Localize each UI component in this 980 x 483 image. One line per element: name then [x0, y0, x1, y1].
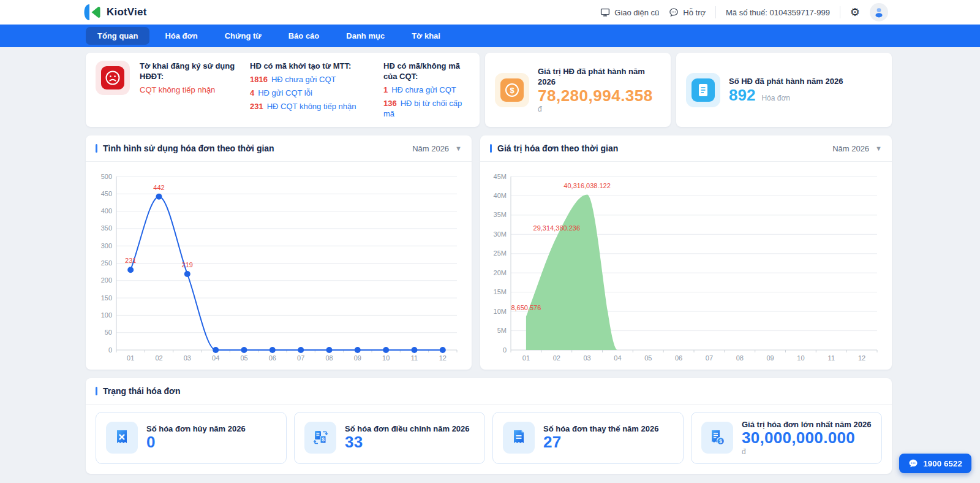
- stat-count: 231: [250, 102, 263, 111]
- usage-year-dropdown[interactable]: Năm 2026 ▼: [412, 144, 462, 153]
- invoice-money-icon: $: [709, 429, 726, 446]
- svg-text:10M: 10M: [494, 308, 507, 315]
- mtt-stat-row: 4HĐ gửi CQT lỗi: [250, 88, 374, 98]
- declaration-status-link[interactable]: CQT không tiếp nhận: [140, 85, 215, 94]
- svg-text:0: 0: [503, 346, 507, 354]
- tab-danh-muc[interactable]: Danh mục: [334, 27, 396, 45]
- svg-text:$: $: [322, 436, 325, 443]
- svg-text:231: 231: [125, 257, 136, 264]
- svg-text:09: 09: [766, 354, 774, 362]
- money-tile: $: [495, 73, 529, 107]
- mtt-title: HĐ có mã khởi tạo từ MTT:: [250, 61, 374, 71]
- adjust-tile: $: [304, 422, 336, 454]
- tab-hoa-don[interactable]: Hóa đơn: [153, 27, 209, 45]
- usage-chart-header: Tình hình sử dụng hóa đơn theo thời gian…: [86, 135, 472, 162]
- svg-text:12: 12: [858, 354, 865, 362]
- issued-value-body: Giá trị HĐ đã phát hành năm 2026 78,280,…: [538, 66, 661, 113]
- invoice-status-cards: Số hóa đơn hủy năm 2026 0 $: [86, 405, 892, 474]
- stat-link[interactable]: HĐ chưa gửi CQT: [391, 85, 456, 94]
- title-accent-bar: [490, 144, 492, 153]
- support-button[interactable]: Hỗ trợ: [669, 7, 706, 17]
- svg-text:100: 100: [101, 311, 112, 319]
- svg-text:250: 250: [101, 259, 112, 267]
- settings-gear-icon[interactable]: ⚙: [850, 7, 860, 18]
- declaration-title: Tờ khai đăng ký sử dụng HĐĐT:: [140, 61, 240, 82]
- brand-logo[interactable]: KiotViet: [83, 4, 147, 21]
- adjusted-body: Số hóa đơn điều chỉnh năm 2026 33: [345, 424, 470, 452]
- usage-year-label: Năm 2026: [412, 144, 449, 153]
- tab-to-khai[interactable]: Tờ khai: [400, 27, 452, 45]
- adjusted-value: 33: [345, 433, 470, 452]
- issued-count-card: Số HĐ đã phát hành năm 2026 892 Hóa đơn: [676, 53, 892, 127]
- support-chat-icon: [669, 7, 679, 17]
- value-chart-wrap: 05M10M15M20M25M30M35M40M45M0102030405060…: [480, 162, 892, 370]
- max-invoice-value-card: $ Giá trị hóa đơn lớn nhất năm 2026 30,0…: [691, 412, 882, 464]
- cqt-column: HĐ có mã/không mã của CQT: 1HĐ chưa gửi …: [383, 61, 470, 119]
- svg-text:300: 300: [101, 242, 112, 249]
- cancelled-invoices-card: Số hóa đơn hủy năm 2026 0: [96, 412, 287, 464]
- topbar-actions: Giao diện cũ Hỗ trợ Mã số thuế: 01043597…: [600, 3, 888, 21]
- usage-chart-title: Tình hình sử dụng hóa đơn theo thời gian: [103, 143, 412, 153]
- replaced-body: Số hóa đơn thay thế năm 2026 27: [543, 424, 658, 452]
- user-avatar[interactable]: [870, 3, 888, 21]
- stat-count: 1: [383, 85, 388, 94]
- charts-row: Tình hình sử dụng hóa đơn theo thời gian…: [86, 135, 892, 370]
- svg-text:35M: 35M: [494, 211, 507, 218]
- cqt-stat-row: 136HĐ bị từ chối cấp mã: [383, 98, 470, 119]
- svg-text:05: 05: [240, 354, 247, 362]
- issued-value-number: 78,280,994.358: [538, 87, 661, 105]
- stat-count: 136: [383, 99, 397, 108]
- usage-line-chart: 0501001502002503003504004505000102030405…: [94, 167, 463, 366]
- svg-text:30M: 30M: [494, 230, 507, 238]
- invoice-status-title: Trạng thái hóa đơn: [103, 386, 882, 396]
- svg-text:07: 07: [297, 354, 304, 362]
- mtt-column: HĐ có mã khởi tạo từ MTT: 1816HĐ chưa gử…: [250, 61, 374, 112]
- svg-text:04: 04: [614, 354, 621, 362]
- stat-link[interactable]: HĐ chưa gửi CQT: [271, 75, 336, 84]
- svg-text:50: 50: [105, 329, 112, 336]
- usage-chart-card: Tình hình sử dụng hóa đơn theo thời gian…: [86, 135, 472, 370]
- cancel-tile: [106, 422, 138, 454]
- value-year-label: Năm 2026: [832, 144, 869, 153]
- cancelled-body: Số hóa đơn hủy năm 2026 0: [146, 424, 246, 452]
- stat-link[interactable]: HĐ CQT không tiếp nhận: [267, 102, 356, 111]
- old-interface-button[interactable]: Giao diện cũ: [600, 7, 659, 17]
- brand-name: KiotViet: [107, 6, 147, 18]
- monitor-icon: [600, 7, 610, 17]
- svg-text:07: 07: [706, 354, 713, 362]
- max-value-body: Giá trị hóa đơn lớn nhất năm 2026 30,000…: [742, 420, 871, 456]
- value-year-dropdown[interactable]: Năm 2026 ▼: [832, 144, 882, 153]
- hotline-number: 1900 6522: [923, 459, 962, 468]
- tab-tong-quan[interactable]: Tổng quan: [86, 27, 149, 45]
- replaced-title: Số hóa đơn thay thế năm 2026: [543, 424, 658, 433]
- title-accent-bar: [96, 144, 97, 153]
- tax-code: Mã số thuế: 0104359717-999: [726, 8, 830, 17]
- max-value-title: Giá trị hóa đơn lớn nhất năm 2026: [742, 420, 871, 429]
- stat-link[interactable]: HĐ gửi CQT lỗi: [258, 88, 312, 97]
- declaration-column: Tờ khai đăng ký sử dụng HĐĐT: CQT không …: [140, 61, 240, 94]
- replaced-value: 27: [543, 433, 658, 452]
- issued-count-body: Số HĐ đã phát hành năm 2026 892 Hóa đơn: [729, 76, 843, 104]
- svg-text:12: 12: [439, 354, 447, 362]
- invoice-replace-icon: [510, 429, 527, 446]
- svg-text:150: 150: [101, 294, 112, 302]
- svg-text:05: 05: [644, 354, 652, 362]
- svg-text:02: 02: [553, 354, 560, 362]
- svg-text:442: 442: [153, 184, 164, 191]
- svg-text:40,316,038.122: 40,316,038.122: [564, 182, 610, 189]
- issued-count-unit: Hóa đơn: [761, 94, 790, 102]
- tab-bao-cao[interactable]: Báo cáo: [277, 27, 331, 45]
- chat-bubble-icon: [908, 458, 918, 468]
- kiotviet-logo-icon: [83, 4, 102, 21]
- invoice-status-card: Trạng thái hóa đơn Số hóa đơn hủy năm 20…: [86, 378, 892, 474]
- tab-chung-tu[interactable]: Chứng từ: [213, 27, 273, 45]
- invoice-adjust-icon: $: [312, 429, 329, 446]
- stat-count: 4: [250, 88, 254, 97]
- svg-text:$: $: [510, 85, 514, 94]
- svg-text:15M: 15M: [494, 288, 507, 295]
- sad-face-icon: [100, 66, 125, 90]
- svg-text:500: 500: [101, 173, 112, 180]
- svg-text:01: 01: [127, 354, 134, 362]
- hotline-chat-button[interactable]: 1900 6522: [899, 454, 971, 473]
- document-icon: [691, 78, 715, 102]
